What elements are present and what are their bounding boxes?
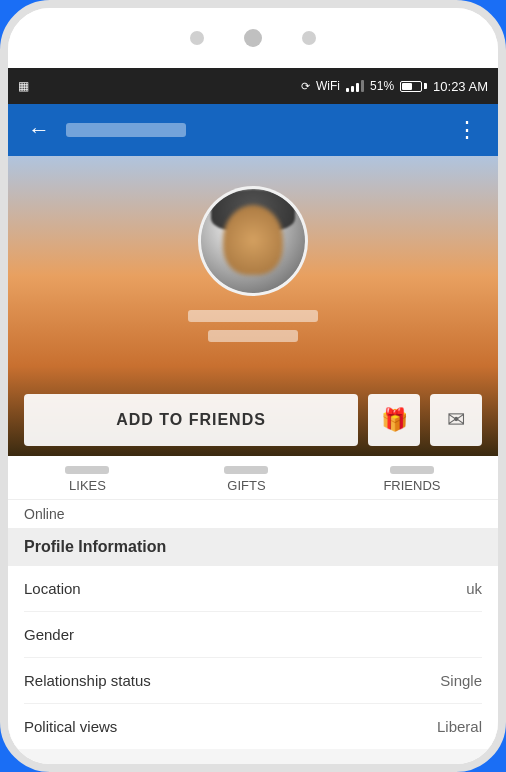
signal-bars bbox=[346, 80, 364, 92]
gender-label: Gender bbox=[24, 626, 74, 643]
signal-bar-1 bbox=[346, 88, 349, 92]
phone-speaker bbox=[190, 31, 204, 45]
political-label: Political views bbox=[24, 718, 117, 735]
wifi-icon: WiFi bbox=[316, 79, 340, 93]
avatar bbox=[198, 186, 308, 296]
phone-top-bar bbox=[8, 8, 498, 68]
add-to-friends-button[interactable]: ADD TO FRIENDS bbox=[24, 394, 358, 446]
avatar-image bbox=[201, 189, 305, 293]
profile-subtitle-bar bbox=[208, 330, 298, 342]
tab-gifts[interactable]: GIFTS bbox=[224, 466, 268, 493]
location-value: uk bbox=[466, 580, 482, 597]
profile-action-row: ADD TO FRIENDS 🎁 ✉ bbox=[8, 384, 498, 456]
friends-icon bbox=[390, 466, 434, 474]
sync-icon: ⟳ bbox=[301, 80, 310, 93]
back-button[interactable]: ← bbox=[20, 113, 58, 147]
signal-bar-3 bbox=[356, 83, 359, 92]
battery-icon bbox=[400, 81, 427, 92]
profile-name-area bbox=[188, 310, 318, 342]
table-row: Gender bbox=[24, 612, 482, 658]
online-status: Online bbox=[8, 500, 498, 528]
status-right: ⟳ WiFi 51% 10:23 AM bbox=[301, 79, 488, 94]
phone-camera bbox=[244, 29, 262, 47]
notification-icon: ▦ bbox=[18, 79, 29, 93]
clock: 10:23 AM bbox=[433, 79, 488, 94]
gifts-icon bbox=[224, 466, 268, 474]
profile-name-bar bbox=[188, 310, 318, 322]
status-bar: ▦ ⟳ WiFi 51% 10:23 AM bbox=[8, 68, 498, 104]
table-row: Relationship status Single bbox=[24, 658, 482, 704]
profile-background: ADD TO FRIENDS 🎁 ✉ bbox=[8, 156, 498, 456]
table-row: Location uk bbox=[24, 566, 482, 612]
tab-friends[interactable]: FRIENDS bbox=[383, 466, 440, 493]
profile-info-section: Profile Information Location uk Gender R… bbox=[8, 528, 498, 764]
gift-button[interactable]: 🎁 bbox=[368, 394, 420, 446]
nav-title bbox=[66, 123, 448, 137]
tab-row: LIKES GIFTS FRIENDS bbox=[8, 456, 498, 500]
tab-friends-label: FRIENDS bbox=[383, 478, 440, 493]
signal-bar-4 bbox=[361, 80, 364, 92]
more-options-button[interactable]: ⋮ bbox=[448, 113, 486, 147]
political-value: Liberal bbox=[437, 718, 482, 735]
status-left: ▦ bbox=[18, 79, 29, 93]
table-row: Political views Liberal bbox=[24, 704, 482, 749]
relationship-value: Single bbox=[440, 672, 482, 689]
profile-info-header: Profile Information bbox=[8, 528, 498, 566]
phone-frame: ▦ ⟳ WiFi 51% 10:23 AM ← bbox=[0, 0, 506, 772]
tab-gifts-label: GIFTS bbox=[227, 478, 265, 493]
location-label: Location bbox=[24, 580, 81, 597]
likes-icon bbox=[65, 466, 109, 474]
tab-likes[interactable]: LIKES bbox=[65, 466, 109, 493]
tab-likes-label: LIKES bbox=[69, 478, 106, 493]
signal-bar-2 bbox=[351, 86, 354, 92]
nav-title-bar bbox=[66, 123, 186, 137]
avatar-face bbox=[223, 205, 283, 275]
battery-percentage: 51% bbox=[370, 79, 394, 93]
relationship-label: Relationship status bbox=[24, 672, 151, 689]
top-nav: ← ⋮ bbox=[8, 104, 498, 156]
gift-icon: 🎁 bbox=[381, 407, 408, 433]
message-button[interactable]: ✉ bbox=[430, 394, 482, 446]
info-table: Location uk Gender Relationship status S… bbox=[8, 566, 498, 749]
mail-icon: ✉ bbox=[447, 407, 465, 433]
phone-sensor-right bbox=[302, 31, 316, 45]
